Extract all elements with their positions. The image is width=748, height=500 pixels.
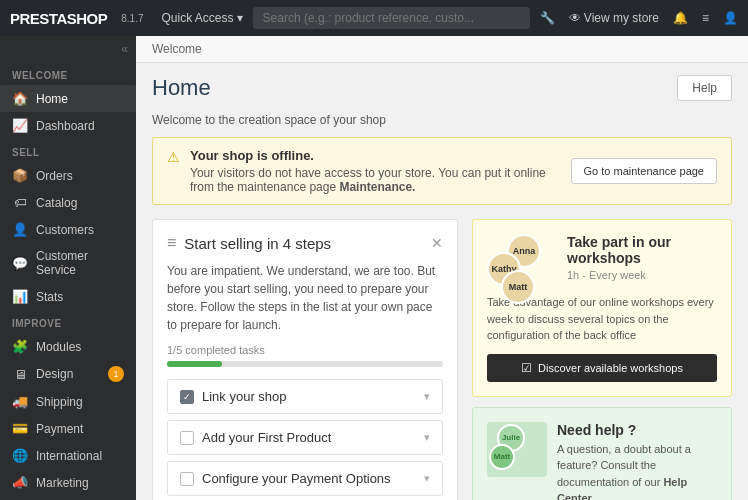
- workshops-title: Take part in our workshops: [567, 234, 717, 266]
- catalog-icon: 🏷: [12, 195, 28, 210]
- sidebar-item-customers[interactable]: 👤 Customers: [0, 216, 136, 243]
- collapse-icon: «: [121, 42, 128, 56]
- sidebar-item-dashboard[interactable]: 📈 Dashboard: [0, 112, 136, 139]
- help-panel-title: Need help ?: [557, 422, 717, 438]
- bell-icon[interactable]: 🔔: [673, 11, 688, 25]
- user-avatar-icon[interactable]: 👤: [723, 11, 738, 25]
- sidebar-item-customer-service[interactable]: 💬 Customer Service: [0, 243, 136, 283]
- list-icon[interactable]: ≡: [702, 11, 709, 25]
- sidebar-toggle[interactable]: «: [0, 36, 136, 62]
- app-version: 8.1.7: [121, 13, 143, 24]
- close-button[interactable]: ✕: [431, 235, 443, 251]
- stats-icon: 📊: [12, 289, 28, 304]
- design-icon: 🖥: [12, 367, 28, 382]
- help-illustration: Julie Matt: [487, 422, 547, 477]
- checkbox-icon: ☑: [521, 361, 532, 375]
- task-label-first-product: Add your First Product: [202, 430, 331, 445]
- chevron-link-shop: ▾: [424, 390, 430, 403]
- section-label-sell: SELL: [0, 139, 136, 162]
- welcome-text: Welcome to the creation space of your sh…: [152, 113, 732, 127]
- dashboard-icon: 📈: [12, 118, 28, 133]
- international-icon: 🌐: [12, 448, 28, 463]
- sidebar-item-international[interactable]: 🌐 International: [0, 442, 136, 469]
- sidebar-item-home[interactable]: 🏠 Home: [0, 85, 136, 112]
- topnav-right-actions: 🔧 👁 View my store 🔔 ≡ 👤: [540, 11, 738, 25]
- main-grid: ≡ Start selling in 4 steps ✕ You are imp…: [152, 219, 732, 500]
- section-label-welcome: WELCOME: [0, 62, 136, 85]
- workshops-panel: Anna Kathy Matt Take part in our worksho…: [472, 219, 732, 397]
- task-checkbox-payment-options[interactable]: [180, 472, 194, 486]
- sidebar: « WELCOME 🏠 Home 📈 Dashboard SELL 📦 Orde…: [0, 36, 136, 500]
- warning-icon: ⚠: [167, 149, 180, 165]
- sidebar-item-design[interactable]: 🖥 Design 1: [0, 360, 136, 388]
- help-panel-header: Julie Matt Need help ? A question, a dou…: [487, 422, 717, 501]
- start-card-description: You are impatient. We understand, we are…: [167, 262, 443, 334]
- section-label-improve: IMPROVE: [0, 310, 136, 333]
- task-label-payment-options: Configure your Payment Options: [202, 471, 391, 486]
- quick-access-menu[interactable]: Quick Access ▾: [162, 11, 243, 25]
- chevron-payment-options: ▾: [424, 472, 430, 485]
- alert-text: Your visitors do not have access to your…: [190, 166, 561, 194]
- home-icon: 🏠: [12, 91, 28, 106]
- task-payment-options-header[interactable]: Configure your Payment Options ▾: [168, 462, 442, 495]
- progress-bar-background: [167, 361, 443, 367]
- app-logo: PRESTASHOP: [10, 10, 107, 27]
- right-panels: Anna Kathy Matt Take part in our worksho…: [472, 219, 732, 500]
- orders-icon: 📦: [12, 168, 28, 183]
- sidebar-item-payment[interactable]: 💳 Payment: [0, 415, 136, 442]
- sidebar-item-shipping[interactable]: 🚚 Shipping: [0, 388, 136, 415]
- sidebar-item-modules[interactable]: 🧩 Modules: [0, 333, 136, 360]
- design-badge: 1: [108, 366, 124, 382]
- steps-icon: ≡: [167, 234, 176, 252]
- chevron-down-icon: ▾: [237, 11, 243, 25]
- task-label-link-shop: Link your shop: [202, 389, 287, 404]
- eye-icon: 👁: [569, 11, 581, 25]
- sidebar-item-marketing[interactable]: 📣 Marketing: [0, 469, 136, 496]
- page-title: Home: [152, 75, 211, 101]
- maintenance-button[interactable]: Go to maintenance page: [571, 158, 717, 184]
- task-item-first-product: Add your First Product ▾: [167, 420, 443, 455]
- modules-icon: 🧩: [12, 339, 28, 354]
- task-first-product-header[interactable]: Add your First Product ▾: [168, 421, 442, 454]
- task-checkbox-first-product[interactable]: [180, 431, 194, 445]
- marketing-icon: 📣: [12, 475, 28, 490]
- start-card-title: Start selling in 4 steps: [184, 235, 331, 252]
- customers-icon: 👤: [12, 222, 28, 237]
- start-selling-card: ≡ Start selling in 4 steps ✕ You are imp…: [152, 219, 458, 500]
- help-button[interactable]: Help: [677, 75, 732, 101]
- customer-service-icon: 💬: [12, 256, 28, 271]
- discover-workshops-button[interactable]: ☑ Discover available workshops: [487, 354, 717, 382]
- wrench-icon[interactable]: 🔧: [540, 11, 555, 25]
- task-checkbox-link-shop[interactable]: [180, 390, 194, 404]
- chevron-first-product: ▾: [424, 431, 430, 444]
- help-panel-description: A question, a doubt about a feature? Con…: [557, 441, 717, 501]
- breadcrumb: Welcome: [136, 36, 748, 63]
- task-item-payment-options: Configure your Payment Options ▾: [167, 461, 443, 496]
- task-item-link-shop: Link your shop ▾: [167, 379, 443, 414]
- view-store-link[interactable]: 👁 View my store: [569, 11, 659, 25]
- offline-alert: ⚠ Your shop is offline. Your visitors do…: [152, 137, 732, 205]
- sidebar-item-orders[interactable]: 📦 Orders: [0, 162, 136, 189]
- task-link-shop-header[interactable]: Link your shop ▾: [168, 380, 442, 413]
- sidebar-item-catalog[interactable]: 🏷 Catalog: [0, 189, 136, 216]
- progress-bar-fill: [167, 361, 222, 367]
- workshop-avatars: Anna Kathy Matt: [487, 234, 557, 294]
- payment-icon: 💳: [12, 421, 28, 436]
- progress-label: 1/5 completed tasks: [167, 344, 443, 356]
- shipping-icon: 🚚: [12, 394, 28, 409]
- avatar-matt: Matt: [501, 270, 535, 304]
- workshops-subtitle: 1h - Every week: [567, 269, 717, 281]
- search-input[interactable]: [253, 7, 530, 29]
- main-content: Welcome Home Help Welcome to the creatio…: [136, 36, 748, 500]
- sidebar-item-stats[interactable]: 📊 Stats: [0, 283, 136, 310]
- help-panel: Julie Matt Need help ? A question, a dou…: [472, 407, 732, 501]
- help-avatar-matt: Matt: [489, 444, 515, 470]
- alert-title: Your shop is offline.: [190, 148, 561, 163]
- page-title-row: Home Help: [152, 75, 732, 101]
- top-navigation: PRESTASHOP 8.1.7 Quick Access ▾ 🔧 👁 View…: [0, 0, 748, 36]
